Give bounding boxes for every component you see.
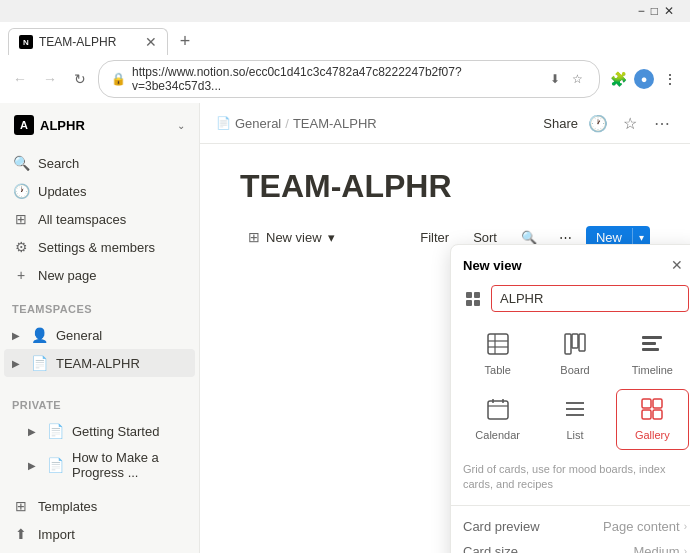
sidebar-item-settings[interactable]: ⚙ Settings & members	[4, 233, 195, 261]
topbar-actions: Share 🕐 ☆ ⋯	[543, 111, 674, 135]
new-tab-btn[interactable]: +	[172, 29, 198, 55]
sidebar-item-search[interactable]: 🔍 Search	[4, 149, 195, 177]
active-tab[interactable]: N TEAM-ALPHR ✕	[8, 28, 168, 55]
window-maximize-btn[interactable]: □	[651, 4, 658, 18]
sidebar-item-general[interactable]: ▶ 👤 General	[4, 321, 195, 349]
favorite-btn[interactable]: ☆	[618, 111, 642, 135]
svg-rect-1	[474, 292, 480, 298]
card-preview-value: Page content ›	[603, 519, 687, 534]
search-icon: 🔍	[12, 154, 30, 172]
card-size-value: Medium ›	[633, 544, 687, 553]
svg-rect-12	[642, 342, 656, 345]
history-btn[interactable]: 🕐	[586, 111, 610, 135]
new-page-icon: +	[12, 266, 30, 284]
sidebar-settings-label: Settings & members	[38, 240, 155, 255]
breadcrumb: 📄 General / TEAM-ALPHR	[216, 116, 535, 131]
sidebar-teamspaces-label: All teamspaces	[38, 212, 126, 227]
browser-chrome: − □ ✕ N TEAM-ALPHR ✕ + ← → ↻ 🔒 https://w…	[0, 0, 690, 103]
popup-card-preview[interactable]: Card preview Page content ›	[451, 514, 690, 539]
breadcrumb-parent: General	[235, 116, 281, 131]
sidebar-item-import[interactable]: ⬆ Import	[4, 520, 195, 548]
view-caret-icon: ▾	[328, 230, 335, 245]
more-btn[interactable]: ⋯	[650, 111, 674, 135]
url-bar[interactable]: 🔒 https://www.notion.so/ecc0c1d41c3c4782…	[98, 60, 600, 98]
sidebar-item-all-teamspaces[interactable]: ⊞ All teamspaces	[4, 205, 195, 233]
sidebar-search-label: Search	[38, 156, 79, 171]
view-name-input[interactable]	[491, 285, 689, 312]
extensions-btn[interactable]: 🧩	[606, 67, 630, 91]
general-icon: 👤	[30, 326, 48, 344]
svg-rect-2	[466, 300, 472, 306]
svg-rect-14	[488, 401, 508, 419]
popup-divider	[451, 505, 690, 506]
teamspaces-icon: ⊞	[12, 210, 30, 228]
getting-started-chevron-icon: ▶	[28, 426, 36, 437]
progress-chevron-icon: ▶	[28, 460, 36, 471]
view-option-gallery[interactable]: Gallery	[616, 389, 689, 450]
sidebar-newpage-label: New page	[38, 268, 97, 283]
view-option-list[interactable]: List	[538, 389, 611, 450]
svg-rect-21	[642, 399, 651, 408]
tab-favicon: N	[19, 35, 33, 49]
sidebar-item-trash[interactable]: 🗑 Trash	[4, 548, 195, 553]
updates-icon: 🕐	[12, 182, 30, 200]
breadcrumb-page-icon: 📄	[216, 116, 231, 130]
browser-menu-btn[interactable]: ⋮	[658, 67, 682, 91]
tab-close-btn[interactable]: ✕	[145, 34, 157, 50]
sidebar-nav: 🔍 Search 🕐 Updates ⊞ All teamspaces ⚙ Se…	[0, 147, 199, 291]
card-size-chevron-icon: ›	[684, 546, 687, 553]
list-view-icon	[564, 398, 586, 425]
view-option-table[interactable]: Table	[461, 324, 534, 385]
view-selector[interactable]: ⊞ New view ▾	[240, 225, 343, 249]
card-preview-value-text: Page content	[603, 519, 680, 534]
topbar: 📄 General / TEAM-ALPHR Share 🕐 ☆ ⋯	[200, 103, 690, 144]
popup-header: New view ✕	[451, 245, 690, 283]
sidebar-item-progress[interactable]: ▶ 📄 How to Make a Progress ...	[4, 445, 195, 485]
star-icon[interactable]: ☆	[568, 70, 587, 88]
download-icon[interactable]: ⬇	[546, 70, 564, 88]
view-type-grid: Table Board	[451, 320, 690, 458]
profile-btn[interactable]: ●	[634, 69, 654, 89]
svg-rect-23	[642, 410, 651, 419]
import-icon: ⬆	[12, 525, 30, 543]
tab-title: TEAM-ALPHR	[39, 35, 139, 49]
workspace-header[interactable]: A ALPHR ⌄	[4, 107, 195, 143]
sidebar-item-updates[interactable]: 🕐 Updates	[4, 177, 195, 205]
refresh-btn[interactable]: ↻	[68, 67, 92, 91]
getting-started-icon: 📄	[46, 422, 64, 440]
private-section-header: Private	[0, 387, 199, 415]
popup-title: New view	[463, 258, 667, 273]
lock-icon: 🔒	[111, 72, 126, 86]
private-nav: ▶ 📄 Getting Started ▶ 📄 How to Make a Pr…	[0, 415, 199, 487]
workspace-name: ALPHR	[40, 118, 171, 133]
window-minimize-btn[interactable]: −	[638, 4, 645, 18]
templates-icon: ⊞	[12, 497, 30, 515]
view-option-board[interactable]: Board	[538, 324, 611, 385]
progress-icon: 📄	[46, 456, 64, 474]
timeline-view-icon	[641, 333, 663, 360]
sidebar-team-alphr-label: TEAM-ALPHR	[56, 356, 140, 371]
popup-view-type-icon	[461, 287, 485, 311]
popup-close-btn[interactable]: ✕	[667, 255, 687, 275]
gallery-label: Gallery	[635, 429, 670, 441]
svg-rect-10	[579, 334, 585, 351]
sidebar-item-team-alphr[interactable]: ▶ 📄 TEAM-ALPHR	[4, 349, 195, 377]
view-option-timeline[interactable]: Timeline	[616, 324, 689, 385]
sidebar-item-getting-started[interactable]: ▶ 📄 Getting Started	[4, 417, 195, 445]
sidebar-item-templates[interactable]: ⊞ Templates	[4, 492, 195, 520]
sidebar-item-new-page[interactable]: + New page	[4, 261, 195, 289]
view-option-calendar[interactable]: Calendar	[461, 389, 534, 450]
sidebar-bottom-nav: ⊞ Templates ⬆ Import 🗑 Trash	[0, 490, 199, 553]
card-preview-chevron-icon: ›	[684, 521, 687, 532]
popup-card-size[interactable]: Card size Medium ›	[451, 539, 690, 553]
forward-btn[interactable]: →	[38, 67, 62, 91]
share-btn[interactable]: Share	[543, 116, 578, 131]
gallery-view-icon	[641, 398, 663, 425]
timeline-label: Timeline	[632, 364, 673, 376]
svg-rect-11	[642, 336, 662, 339]
back-btn[interactable]: ←	[8, 67, 32, 91]
workspace-caret-icon: ⌄	[177, 120, 185, 131]
svg-rect-3	[474, 300, 480, 306]
teamspaces-nav: ▶ 👤 General ▶ 📄 TEAM-ALPHR	[0, 319, 199, 379]
window-close-btn[interactable]: ✕	[664, 4, 674, 18]
